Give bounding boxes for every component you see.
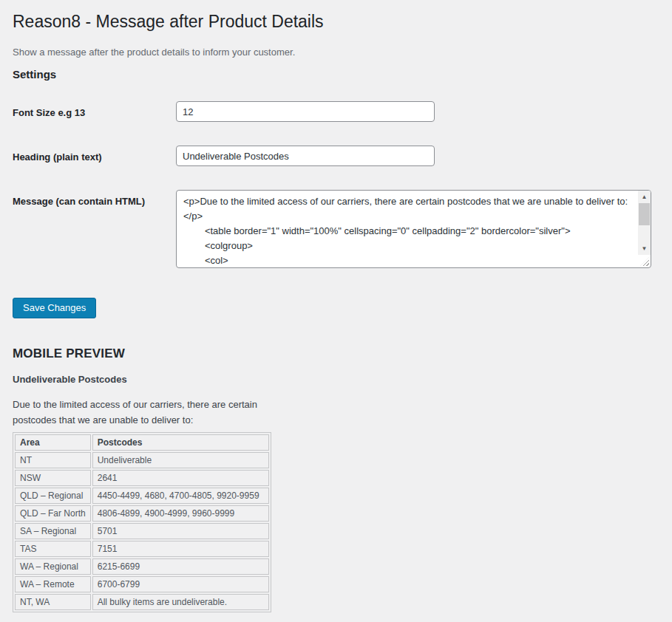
table-cell-postcodes: 6700-6799 bbox=[92, 576, 269, 592]
save-changes-button[interactable]: Save Changes bbox=[13, 298, 96, 318]
preview-message-title: Undeliverable Postcodes bbox=[13, 374, 657, 385]
table-cell-area: TAS bbox=[15, 541, 91, 557]
font-size-label: Font Size e.g 13 bbox=[13, 101, 176, 120]
table-cell-postcodes: 4450-4499, 4680, 4700-4805, 9920-9959 bbox=[92, 488, 269, 504]
message-textarea[interactable]: <p>Due to the limited access of our carr… bbox=[176, 190, 651, 268]
table-cell-area: NT, WA bbox=[15, 594, 91, 610]
table-cell-area: NT bbox=[15, 452, 91, 468]
table-cell-postcodes: All bulky items are undeliverable. bbox=[92, 594, 269, 610]
message-row: Message (can contain HTML) <p>Due to the… bbox=[13, 190, 657, 268]
table-row: WA – Regional 6215-6699 bbox=[15, 558, 269, 575]
table-row: QLD – Regional 4450-4499, 4680, 4700-480… bbox=[15, 488, 269, 504]
font-size-row: Font Size e.g 13 bbox=[13, 101, 657, 122]
heading-input[interactable] bbox=[176, 146, 435, 166]
table-row: NSW 2641 bbox=[15, 470, 269, 486]
table-cell-area: WA – Regional bbox=[15, 558, 91, 575]
table-header-row: Area Postcodes bbox=[15, 434, 269, 451]
preview-message-body: Due to the limited access of our carrier… bbox=[13, 397, 280, 428]
page-description: Show a message after the product details… bbox=[13, 45, 657, 60]
message-label: Message (can contain HTML) bbox=[13, 190, 176, 208]
settings-page: Reason8 - Message after Product Details … bbox=[0, 0, 672, 612]
scrollbar-down-icon[interactable]: ▼ bbox=[638, 243, 651, 254]
postcodes-table: Area Postcodes NT Undeliverable NSW 2641… bbox=[13, 432, 271, 612]
table-cell-postcodes: 2641 bbox=[92, 470, 269, 486]
settings-form: Font Size e.g 13 Heading (plain text) Me… bbox=[13, 101, 657, 268]
heading-row: Heading (plain text) bbox=[13, 146, 657, 166]
table-row: WA – Remote 6700-6799 bbox=[15, 576, 269, 592]
table-row: NT Undeliverable bbox=[15, 452, 269, 468]
mobile-preview: Undeliverable Postcodes Due to the limit… bbox=[13, 374, 657, 612]
table-row: NT, WA All bulky items are undeliverable… bbox=[15, 594, 269, 610]
table-cell-area: NSW bbox=[15, 470, 91, 486]
table-cell-area: QLD – Far North bbox=[15, 505, 91, 522]
textarea-scrollbar[interactable]: ▲ ▼ bbox=[638, 191, 651, 255]
table-row: TAS 7151 bbox=[15, 541, 269, 557]
scrollbar-up-icon[interactable]: ▲ bbox=[638, 191, 651, 202]
mobile-preview-heading: MOBILE PREVIEW bbox=[13, 346, 657, 361]
table-row: QLD – Far North 4806-4899, 4900-4999, 99… bbox=[15, 505, 269, 522]
table-cell-area: QLD – Regional bbox=[15, 488, 91, 504]
settings-section-heading: Settings bbox=[13, 68, 657, 81]
table-cell-postcodes: 4806-4899, 4900-4999, 9960-9999 bbox=[92, 505, 269, 522]
table-cell-area: SA – Regional bbox=[15, 523, 91, 539]
column-header-postcodes: Postcodes bbox=[92, 434, 269, 451]
table-cell-area: WA – Remote bbox=[15, 576, 91, 592]
scrollbar-thumb[interactable] bbox=[639, 203, 650, 225]
table-cell-postcodes: 6215-6699 bbox=[92, 558, 269, 575]
page-title: Reason8 - Message after Product Details bbox=[13, 4, 657, 36]
font-size-input[interactable] bbox=[176, 101, 435, 122]
column-header-area: Area bbox=[15, 434, 91, 451]
table-row: SA – Regional 5701 bbox=[15, 523, 269, 539]
table-cell-postcodes: 5701 bbox=[92, 523, 269, 539]
heading-label: Heading (plain text) bbox=[13, 146, 176, 164]
message-textarea-wrap: <p>Due to the limited access of our carr… bbox=[176, 190, 651, 268]
table-cell-postcodes: Undeliverable bbox=[92, 452, 269, 468]
table-cell-postcodes: 7151 bbox=[92, 541, 269, 557]
